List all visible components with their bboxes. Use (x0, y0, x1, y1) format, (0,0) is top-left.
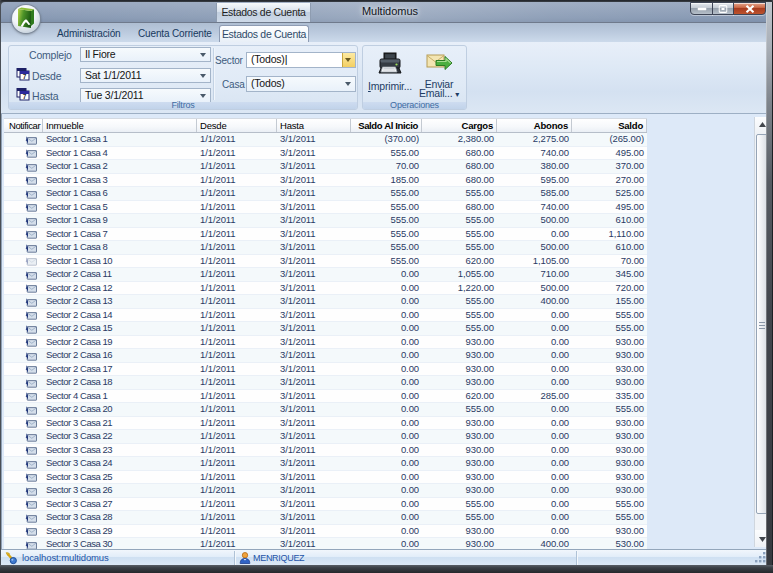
svg-text:7: 7 (23, 73, 27, 80)
svg-text:7: 7 (23, 93, 27, 100)
